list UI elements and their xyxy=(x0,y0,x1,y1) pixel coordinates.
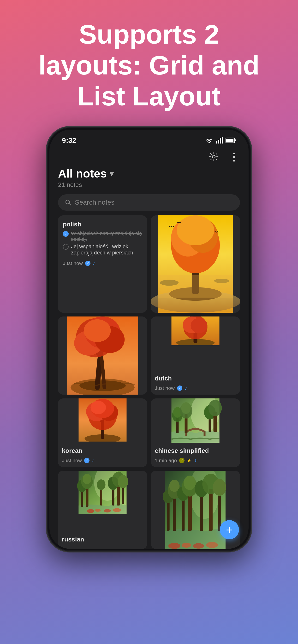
svg-rect-81 xyxy=(173,495,176,531)
fab-plus-icon: + xyxy=(226,523,233,536)
status-bar: 9:32 xyxy=(49,130,249,147)
svg-point-75 xyxy=(104,509,111,512)
note-card-dutch[interactable]: dutch Just now ✓ ♪ xyxy=(151,316,240,394)
chinese-forest-image xyxy=(151,398,240,443)
note-timestamp-dutch: Just now xyxy=(155,385,175,391)
add-note-button[interactable]: + xyxy=(220,520,239,539)
note-text-normal: Jej wspaniałość i wdzięk zapierają dech … xyxy=(71,244,142,256)
svg-point-8 xyxy=(212,155,215,158)
svg-point-53 xyxy=(181,402,191,414)
settings-button[interactable] xyxy=(207,150,220,163)
note-card-korean[interactable]: korean Just now ✓ ♪ xyxy=(58,398,147,467)
sync-dot-chinese-icon: ✓ xyxy=(179,458,185,463)
dutch-image xyxy=(151,316,240,371)
wifi-icon xyxy=(205,137,214,144)
svg-point-76 xyxy=(113,508,121,512)
music-icon-korean: ♪ xyxy=(92,457,95,464)
svg-rect-6 xyxy=(235,140,236,141)
sync-dot-korean-icon: ✓ xyxy=(84,458,89,463)
svg-rect-7 xyxy=(226,139,233,142)
chinese-text-area: chinese simplified 1 min ago ✓ ★ ♪ xyxy=(151,444,240,467)
svg-point-70 xyxy=(118,475,128,488)
svg-point-35 xyxy=(191,318,208,333)
headline-line1: Supports 2 xyxy=(79,20,219,49)
svg-line-10 xyxy=(69,204,71,205)
note-card-polish[interactable]: polish ✓ W objęciach natury znajduje się… xyxy=(58,216,147,313)
music-icon-dutch: ♪ xyxy=(185,385,187,391)
svg-point-0 xyxy=(209,142,210,143)
russian-image xyxy=(58,471,147,532)
svg-point-72 xyxy=(97,480,106,490)
svg-point-98 xyxy=(206,542,218,548)
svg-rect-1 xyxy=(216,141,217,144)
svg-point-96 xyxy=(182,543,191,548)
more-icon: ⋮ xyxy=(228,151,238,163)
checkbox-item-checked: ✓ W objęciach natury znajduje się spokój… xyxy=(63,230,142,242)
phone-mockup: 9:32 xyxy=(46,126,252,552)
title-text: All notes xyxy=(58,167,107,180)
app-screen: 9:32 xyxy=(49,130,249,549)
note-card-russian[interactable]: russian xyxy=(58,471,147,549)
svg-rect-79 xyxy=(167,501,169,531)
dropdown-chevron-icon: ▾ xyxy=(110,169,113,178)
note-title-polish: polish xyxy=(63,221,142,228)
dutch-tree-image xyxy=(151,316,240,345)
svg-rect-93 xyxy=(218,492,221,531)
headline: Supports 2 layouts: Grid and List Layout xyxy=(20,0,279,126)
music-icon-chinese: ♪ xyxy=(194,457,197,464)
battery-icon xyxy=(226,138,236,143)
note-meta-korean: Just now ✓ ♪ xyxy=(62,457,143,464)
search-icon xyxy=(65,199,72,206)
svg-point-43 xyxy=(91,401,106,414)
more-menu-button[interactable]: ⋮ xyxy=(227,150,240,163)
svg-rect-4 xyxy=(222,137,223,144)
settings-icon xyxy=(209,152,219,162)
note-card-red-tree[interactable] xyxy=(58,316,147,394)
svg-point-64 xyxy=(83,474,91,484)
russian-forest-image xyxy=(58,471,147,514)
svg-point-97 xyxy=(193,544,204,549)
chinese-image xyxy=(151,398,240,444)
headline-line3: List Layout xyxy=(77,81,221,111)
search-bar[interactable]: Search notes xyxy=(58,194,240,210)
korean-tree-image xyxy=(58,398,147,442)
headline-section: Supports 2 layouts: Grid and List Layout xyxy=(0,0,298,126)
korean-text-area: korean Just now ✓ ♪ xyxy=(58,444,147,467)
checkbox-unchecked-icon xyxy=(63,244,69,250)
russian-text-area: russian xyxy=(58,532,147,549)
svg-point-29 xyxy=(84,319,111,342)
svg-rect-3 xyxy=(220,138,221,144)
svg-point-20 xyxy=(160,280,179,286)
status-time: 9:32 xyxy=(62,136,76,144)
note-title-korean: korean xyxy=(62,447,143,454)
note-title-russian: russian xyxy=(62,536,143,543)
all-notes-title[interactable]: All notes ▾ xyxy=(58,167,240,180)
note-meta-dutch: Just now ✓ ♪ xyxy=(155,385,236,391)
note-text-strikethrough: W objęciach natury znajduje się spokój, xyxy=(71,230,142,242)
note-timestamp-chinese: 1 min ago xyxy=(155,458,177,463)
red-tree-image xyxy=(58,316,147,394)
svg-point-18 xyxy=(177,216,214,245)
checkbox-checked-icon: ✓ xyxy=(63,231,69,237)
svg-rect-71 xyxy=(100,488,102,506)
note-card-chinese[interactable]: chinese simplified 1 min ago ✓ ★ ♪ xyxy=(151,398,240,467)
note-title-dutch: dutch xyxy=(155,375,236,382)
note-meta-polish: Just now ✓ ♪ xyxy=(63,260,142,266)
svg-point-94 xyxy=(213,479,226,496)
sync-indicator-icon: ✓ xyxy=(85,261,90,266)
note-card-autumn-tree[interactable] xyxy=(151,216,240,313)
star-icon-chinese: ★ xyxy=(187,457,192,464)
svg-rect-84 xyxy=(182,498,185,531)
svg-point-73 xyxy=(87,509,94,513)
checkbox-item-unchecked: Jej wspaniałość i wdzięk zapierają dech … xyxy=(63,244,142,256)
svg-rect-91 xyxy=(209,489,213,531)
svg-point-21 xyxy=(214,279,229,283)
svg-rect-89 xyxy=(200,493,203,531)
svg-rect-2 xyxy=(218,140,219,144)
status-icons xyxy=(205,137,236,144)
note-title-chinese: chinese simplified xyxy=(155,447,236,454)
svg-rect-86 xyxy=(188,492,192,531)
note-timestamp-polish: Just now xyxy=(63,260,83,266)
note-meta-chinese: 1 min ago ✓ ★ ♪ xyxy=(155,457,236,464)
search-placeholder: Search notes xyxy=(75,198,114,206)
